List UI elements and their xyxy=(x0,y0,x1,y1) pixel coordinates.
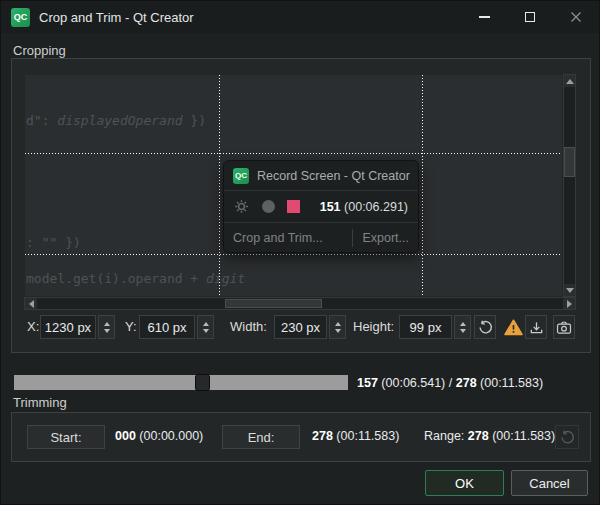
y-spin-down-icon xyxy=(203,329,209,333)
crop-fields-row: X: Y: Width: Height: xyxy=(12,315,590,339)
title-bar: QC Crop and Trim - Qt Creator xyxy=(1,1,599,33)
total-frame-time: (00:11.583) xyxy=(480,376,543,390)
screenshot-button[interactable] xyxy=(553,315,575,339)
end-frame-value: 278 xyxy=(312,429,333,443)
width-spinbox[interactable] xyxy=(274,315,327,339)
trim-start-button[interactable]: Start: xyxy=(27,425,105,449)
frame-separator: / xyxy=(449,376,452,390)
y-label: Y: xyxy=(125,319,137,334)
record-export-button: Export... xyxy=(362,231,409,245)
height-spin-up-icon xyxy=(460,322,466,326)
cancel-button[interactable]: Cancel xyxy=(511,470,588,496)
horizontal-scrollbar[interactable] xyxy=(24,297,576,310)
reset-crop-button[interactable] xyxy=(474,315,496,339)
scroll-down-button[interactable] xyxy=(564,284,575,296)
width-spin-down-icon xyxy=(335,329,341,333)
record-indicator-icon xyxy=(262,200,275,213)
warning-icon-button[interactable] xyxy=(502,316,524,338)
trim-end-button[interactable]: End: xyxy=(222,425,300,449)
scroll-up-icon xyxy=(566,79,574,84)
range-label: Range: xyxy=(424,429,464,443)
x-spinbox[interactable] xyxy=(40,315,96,339)
vertical-scroll-thumb[interactable] xyxy=(564,147,575,177)
width-spinner[interactable] xyxy=(329,315,346,339)
close-button[interactable] xyxy=(553,1,599,33)
scroll-left-button[interactable] xyxy=(25,298,37,309)
code-line: : "" }) xyxy=(26,235,81,250)
window-controls xyxy=(461,1,599,33)
current-frame-time: (00:06.541) xyxy=(381,376,445,390)
record-screen-window: QC Record Screen - Qt Creator xyxy=(223,160,419,253)
record-frame-counter: 151 (00:06.291) xyxy=(320,200,408,214)
end-frame-time: (00:11.583) xyxy=(336,429,399,443)
x-label: X: xyxy=(27,319,39,334)
qt-creator-app-icon: QC xyxy=(11,8,30,27)
trim-end-value: 278 (00:11.583) xyxy=(312,429,399,443)
horizontal-scroll-thumb[interactable] xyxy=(225,299,322,308)
crop-guide-top[interactable] xyxy=(25,153,562,154)
trim-range: Range: 278 (00:11.583) xyxy=(424,429,555,443)
close-icon xyxy=(570,11,582,23)
settings-gear-icon xyxy=(234,199,249,214)
x-spin-up-icon xyxy=(104,322,110,326)
width-label: Width: xyxy=(230,319,267,334)
x-spin-down-icon xyxy=(104,329,110,333)
scroll-left-icon xyxy=(29,300,34,308)
record-screen-app-icon: QC xyxy=(233,168,249,184)
maximize-icon xyxy=(525,12,535,22)
warning-icon xyxy=(504,319,523,336)
range-frame-time: (00:11.583) xyxy=(492,429,555,443)
vertical-scrollbar[interactable] xyxy=(563,74,576,297)
crop-guide-left[interactable] xyxy=(219,75,220,296)
frame-position-text: 157 (00:06.541) / 278 (00:11.583) xyxy=(357,376,543,390)
total-frame-value: 278 xyxy=(456,376,477,390)
trimming-group: Start: 000 (00:00.000) End: 278 (00:11.5… xyxy=(11,412,591,462)
current-frame-value: 157 xyxy=(357,376,378,390)
minimize-icon xyxy=(479,16,490,17)
crop-guide-right[interactable] xyxy=(422,75,423,296)
trim-start-value: 000 (00:00.000) xyxy=(115,429,203,443)
export-frame-button[interactable] xyxy=(525,315,547,339)
preview-canvas[interactable]: d": displayedOperand }) : "" }) model.ge… xyxy=(24,74,563,297)
height-label: Height: xyxy=(353,319,394,334)
reset-trim-button[interactable] xyxy=(555,425,579,449)
stop-indicator-icon xyxy=(287,200,300,213)
trimming-group-label: Trimming xyxy=(13,395,67,410)
cropping-group: d": displayedOperand }) : "" }) model.ge… xyxy=(11,58,591,353)
scroll-up-button[interactable] xyxy=(564,75,575,87)
y-spinbox[interactable] xyxy=(139,315,195,339)
record-frame-time: (00:06.291) xyxy=(344,200,408,214)
height-spinbox[interactable] xyxy=(399,315,452,339)
record-crop-and-trim-button: Crop and Trim... xyxy=(233,231,323,245)
record-buttons-divider xyxy=(352,229,353,247)
reset-icon xyxy=(478,320,493,335)
scroll-right-button[interactable] xyxy=(563,298,575,309)
maximize-button[interactable] xyxy=(507,1,553,33)
record-screen-title: Record Screen - Qt Creator xyxy=(257,169,410,183)
code-line: model.get(i).operand + digit xyxy=(26,271,245,286)
frame-slider-handle[interactable] xyxy=(195,374,210,391)
height-spinner[interactable] xyxy=(454,315,471,339)
start-frame-time: (00:00.000) xyxy=(139,429,203,443)
code-line: d": displayedOperand }) xyxy=(26,113,206,128)
scroll-right-icon xyxy=(567,300,572,308)
y-spinner[interactable] xyxy=(197,315,214,339)
crop-guide-bottom[interactable] xyxy=(25,254,562,255)
ok-button[interactable]: OK xyxy=(425,470,504,496)
download-icon xyxy=(529,320,544,335)
record-frame-value: 151 xyxy=(320,200,341,214)
height-spin-down-icon xyxy=(460,329,466,333)
cropping-group-label: Cropping xyxy=(13,43,66,58)
scroll-down-icon xyxy=(566,288,574,293)
start-frame-value: 000 xyxy=(115,429,136,443)
window-title: Crop and Trim - Qt Creator xyxy=(39,10,194,25)
minimize-button[interactable] xyxy=(461,1,507,33)
range-frame-value: 278 xyxy=(468,429,489,443)
crop-and-trim-dialog: QC Crop and Trim - Qt Creator Cropping d… xyxy=(0,0,600,505)
horizontal-scroll-track[interactable] xyxy=(37,298,563,309)
y-spin-up-icon xyxy=(203,322,209,326)
camera-icon xyxy=(556,320,572,335)
x-spinner[interactable] xyxy=(98,315,115,339)
frame-slider[interactable] xyxy=(14,375,348,390)
reset-trim-icon xyxy=(560,430,575,445)
